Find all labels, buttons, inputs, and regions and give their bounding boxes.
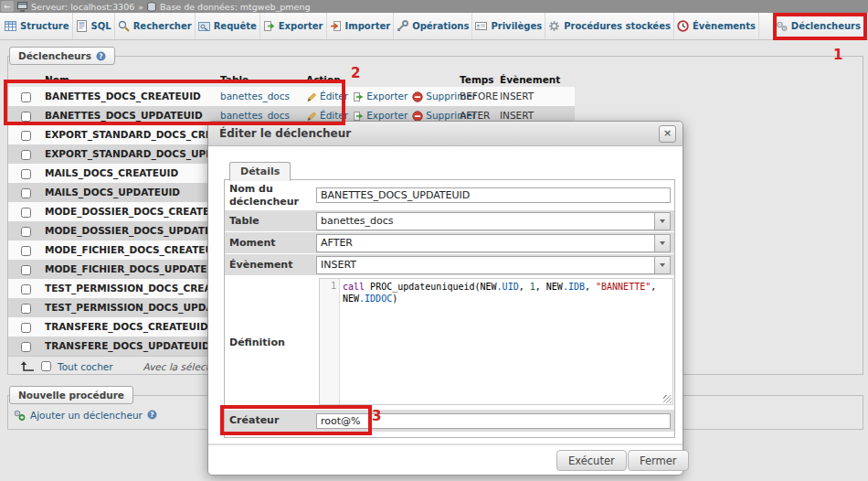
row-checkbox[interactable] [21, 323, 31, 333]
trigger-name: BANETTES_DOCS_CREATEUID [41, 87, 217, 106]
chevron-down-icon [654, 213, 670, 230]
code-token: , [651, 282, 662, 292]
check-all-checkbox[interactable] [41, 361, 51, 371]
table-link[interactable]: banettes_docs [220, 110, 290, 121]
tab--v-nements[interactable]: Évènements [674, 13, 759, 39]
event-select-value: INSERT [317, 259, 654, 271]
tab-rechercher[interactable]: Rechercher [115, 13, 196, 39]
row-checkbox[interactable] [21, 92, 31, 102]
column-header: Nom [41, 72, 217, 87]
edit-trigger-dialog: Éditer le déclencheur × Détails Nom du d… [207, 121, 683, 476]
code-token: , [519, 282, 530, 292]
row-checkbox[interactable] [21, 265, 31, 275]
dialog-titlebar[interactable]: Éditer le déclencheur × [208, 122, 683, 146]
new-trigger-legend-label: Nouvelle procédure [18, 390, 124, 401]
trigger-event: INSERT [496, 87, 575, 106]
trigger-name: MAILS_DOCS_CREATEUID [41, 164, 217, 183]
tab-label: Évènements [693, 21, 756, 31]
trigger-name: TRANSFERE_DOCS_CREATEUID [41, 317, 217, 337]
structure-icon [5, 20, 16, 32]
breadcrumb-database[interactable]: Base de données: mtgweb_pmeng [160, 2, 310, 12]
database-icon [147, 2, 156, 12]
row-checkbox[interactable] [21, 246, 31, 256]
code-token: NEW [343, 294, 359, 304]
row-checkbox[interactable] [21, 208, 31, 218]
code-token: , [535, 282, 546, 292]
help-icon[interactable]: ? [96, 51, 106, 61]
triggers-icon [776, 20, 788, 32]
execute-button[interactable]: Exécuter [556, 450, 627, 471]
trigger-name-input[interactable] [316, 187, 671, 203]
form-row-definition: Définition 1 call PROC_updateuniqueid(NE… [225, 276, 674, 410]
definition-code[interactable]: call PROC_updateuniqueid(NEW.UID, 1, NEW… [340, 279, 672, 404]
back-arrow-icon[interactable]: ← [1, 1, 14, 12]
event-select[interactable]: INSERT [316, 256, 671, 274]
code-token: NEW [546, 282, 563, 292]
close-icon[interactable]: × [659, 125, 676, 143]
phpmyadmin-screen: ← Serveur: localhost:3306 » Base de donn… [0, 0, 868, 481]
trigger-name: MODE_DOSSIER_DOCS_CREATEUID [41, 202, 217, 221]
definer-input[interactable] [316, 413, 671, 429]
trigger-name-label: Nom du déclencheur [225, 180, 316, 210]
row-checkbox[interactable] [21, 169, 31, 179]
chevron-down-icon [654, 235, 670, 251]
row-checkbox[interactable] [21, 131, 31, 141]
column-header: Table [217, 72, 302, 87]
column-header: Évènement [496, 72, 575, 87]
close-button[interactable]: Fermer [628, 450, 689, 471]
query-icon [198, 20, 210, 32]
database-menu-tabs: StructureSQLRechercherRequêteExporterImp… [0, 13, 868, 40]
tab-exporter[interactable]: Exporter [260, 13, 327, 39]
row-checkbox[interactable] [21, 284, 31, 294]
export-link[interactable]: Exporter [353, 87, 408, 106]
new-trigger-legend: Nouvelle procédure [9, 386, 133, 404]
table-select[interactable]: banettes_docs [316, 212, 671, 230]
privileges-icon [475, 20, 487, 32]
routines-icon [548, 20, 560, 32]
resize-handle-icon[interactable] [663, 395, 672, 403]
code-token: PROC_updateuniqueid( [365, 282, 480, 292]
definition-code-editor[interactable]: 1 call PROC_updateuniqueid(NEW.UID, 1, N… [319, 278, 673, 405]
trigger-name: EXPORT_STANDARD_DOCS_UPDATEUID [41, 144, 217, 164]
code-token: call [343, 282, 365, 292]
timing-select[interactable]: AFTER [316, 234, 671, 252]
trigger-name: EXPORT_STANDARD_DOCS_CREATEUID [41, 125, 217, 144]
row-checkbox[interactable] [21, 150, 31, 160]
svg-text:?: ? [150, 411, 153, 419]
export-link-label: Exporter [366, 87, 408, 106]
form-row-event: Évènement INSERT [225, 254, 674, 276]
form-row-timing: Moment AFTER [225, 232, 674, 254]
edit-link[interactable]: Éditer [306, 87, 348, 106]
tab-importer[interactable]: Importer [327, 13, 395, 39]
table-label: Table [225, 210, 316, 231]
form-row-definer: Créateur [225, 410, 674, 432]
pencil-icon [306, 111, 317, 122]
row-checkbox[interactable] [21, 304, 31, 314]
row-checkbox[interactable] [21, 227, 31, 237]
add-trigger-icon [13, 409, 26, 421]
timing-select-value: AFTER [317, 237, 654, 249]
code-token: "BANNETTE" [596, 282, 651, 292]
row-checkbox[interactable] [21, 112, 31, 122]
row-checkbox[interactable] [21, 188, 31, 198]
operations-icon [397, 20, 408, 32]
breadcrumb-server[interactable]: Serveur: localhost:3306 [31, 2, 134, 12]
event-label: Évènement [225, 254, 316, 275]
row-checkbox[interactable] [21, 342, 31, 352]
export-icon [263, 20, 275, 32]
tab-d-clencheurs[interactable]: Déclencheurs [773, 13, 866, 39]
table-link[interactable]: banettes_docs [220, 91, 290, 102]
help-icon[interactable]: ? [147, 410, 157, 420]
dialog-title: Éditer le déclencheur [219, 127, 351, 140]
tab-privil-ges[interactable]: Privilèges [472, 13, 545, 39]
tab-requ-te[interactable]: Requête [196, 13, 260, 39]
add-trigger-link[interactable]: Ajouter un déclencheur [30, 410, 143, 421]
check-all-link[interactable]: Tout cocher [58, 361, 113, 372]
tab-details[interactable]: Détails [229, 162, 291, 181]
tab-proc-dures-stock-es[interactable]: Procédures stockées [545, 13, 674, 39]
tab-sql[interactable]: SQL [73, 13, 115, 39]
tab-structure[interactable]: Structure [2, 13, 73, 39]
code-token: NEW [481, 282, 497, 292]
tab-op-rations[interactable]: Opérations [394, 13, 472, 39]
edit-link-label: Éditer [320, 87, 348, 106]
